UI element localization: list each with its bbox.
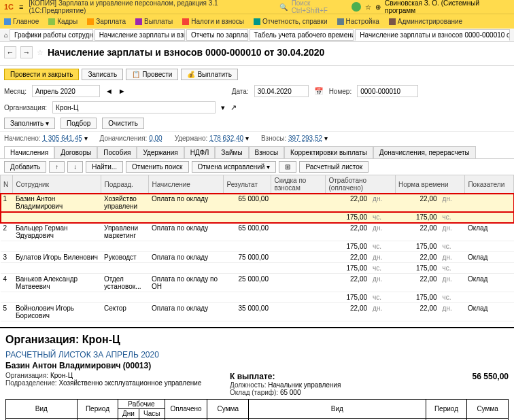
table-row[interactable]: 2 Бальцер Герман Эдуардович Управлени ма…: [1, 223, 514, 241]
tab-deductions[interactable]: Удержания: [137, 146, 184, 158]
tab-loans[interactable]: Займы: [215, 146, 248, 158]
slip-col-period-r: Период: [426, 400, 467, 419]
menu-icon[interactable]: ≡: [19, 3, 23, 11]
tab-schedules[interactable]: Графики работы сотрудников×: [10, 29, 93, 41]
home-icon[interactable]: ⌂: [4, 31, 8, 39]
table-row[interactable]: 4 Ваньков Александр Матвеевич Отдел уста…: [1, 274, 514, 292]
pos-value: Начальник управления: [268, 381, 341, 389]
save-button[interactable]: Записать: [82, 69, 123, 80]
window-title: [КОПИЯ] Зарплата и управление персоналом…: [29, 0, 273, 14]
col-accr[interactable]: Начисление: [149, 175, 224, 194]
tab-accruals-list[interactable]: Начисление зарплаты и взносов×: [95, 29, 185, 41]
page-title: Начисление зарплаты и взносов 0000-00001…: [48, 47, 324, 58]
menu-taxes[interactable]: Налоги и взносы: [182, 18, 244, 25]
tab-corrections[interactable]: Корректировки выплаты: [284, 146, 373, 158]
payslip-dept-label: Подразделение:: [5, 379, 57, 387]
history-icon[interactable]: ⊕: [375, 3, 381, 11]
dropdown-icon[interactable]: ▾: [221, 103, 225, 112]
document-header: ← → ☆ Начисление зарплаты и взносов 0000…: [0, 42, 514, 66]
table-row[interactable]: 175,00чс. 175,00чс.: [1, 212, 514, 223]
month-next-icon[interactable]: ►: [118, 87, 126, 95]
menu-salary[interactable]: Зарплата: [87, 18, 126, 25]
clear-button[interactable]: Очистить: [102, 118, 144, 129]
month-field[interactable]: [32, 85, 100, 97]
tab-accrual-doc[interactable]: Начисление зарплаты и взносов 0000-00001…: [355, 29, 510, 41]
tab-ndfl[interactable]: НДФЛ: [184, 146, 216, 158]
date-field[interactable]: [254, 85, 309, 97]
month-prev-icon[interactable]: ◄: [105, 87, 113, 95]
org-label: Организация:: [4, 104, 47, 111]
tab-bar: ⌂ Графики работы сотрудников× Начисление…: [0, 29, 514, 42]
menu-hr[interactable]: Кадры: [48, 18, 78, 25]
nav-fwd-button[interactable]: →: [20, 46, 33, 58]
tab-recalc[interactable]: Доначисления, перерасчеты: [373, 146, 476, 158]
tab-accruals[interactable]: Начисления: [4, 146, 54, 158]
payslip-button[interactable]: Расчетный листок: [299, 161, 369, 173]
table-row[interactable]: 3 Булатов Игорь Виленович Руководст Опла…: [1, 252, 514, 263]
find-button[interactable]: Найти...: [86, 161, 123, 173]
move-up-button[interactable]: ↑: [49, 161, 65, 173]
col-disc[interactable]: Скидка по взносам: [271, 175, 326, 194]
show-details-button[interactable]: ⊞: [279, 161, 296, 173]
accrued-label: Начислено:: [4, 135, 41, 142]
col-dept[interactable]: Подразд.: [101, 175, 149, 194]
tab-benefits[interactable]: Пособия: [97, 146, 137, 158]
menu-main[interactable]: Главное: [4, 18, 39, 25]
col-n[interactable]: N: [1, 175, 13, 194]
user-label: Свиновская З. О. (Системный программ: [385, 0, 510, 14]
pick-button[interactable]: Подбор: [61, 118, 97, 129]
fill-button[interactable]: Заполнить ▾: [4, 118, 55, 129]
accrued-value[interactable]: 1 305 641,45: [42, 135, 82, 142]
tab-contributions[interactable]: Взносы: [249, 146, 285, 158]
menu-settings[interactable]: Настройка: [337, 18, 379, 25]
tab-contracts[interactable]: Договоры: [54, 146, 97, 158]
number-field[interactable]: [357, 85, 418, 97]
field-row-3: Заполнить ▾ Подбор Очистить: [0, 116, 514, 131]
payslip-org: Крон-Ц: [50, 372, 73, 379]
col-result[interactable]: Результат: [224, 175, 271, 194]
search-icon[interactable]: 🔍: [279, 3, 288, 11]
accruals-grid[interactable]: N Сотрудник Подразд. Начисление Результа…: [0, 175, 514, 321]
favorite-icon[interactable]: ☆: [37, 48, 44, 57]
table-row[interactable]: 175,00чс. 175,00чс.: [1, 263, 514, 274]
table-row[interactable]: 175,00чс. 175,00чс.: [1, 241, 514, 252]
rate-value: 65 000: [280, 389, 301, 396]
payslip-org-label: Организация:: [5, 372, 48, 379]
open-icon[interactable]: ↗: [230, 103, 237, 112]
col-emp[interactable]: Сотрудник: [13, 175, 101, 194]
star-icon[interactable]: ☆: [365, 3, 371, 11]
cancel-corrections-button[interactable]: Отмена исправлений ▾: [192, 161, 277, 173]
search-placeholder[interactable]: Поиск Ctrl+Shift+F: [292, 0, 348, 14]
contrib-value[interactable]: 397 293,52: [288, 135, 322, 142]
table-row[interactable]: 5 Войнолович Игорь Борисович Сектор Опла…: [1, 303, 514, 321]
withheld-value[interactable]: 178 632,40: [209, 135, 243, 142]
payslip-org-title: Организация: Крон-Ц: [5, 334, 509, 346]
slip-col-type-l: Вид: [6, 400, 78, 419]
extra-value[interactable]: 0,00: [149, 135, 162, 142]
move-down-button[interactable]: ↓: [67, 161, 83, 173]
cancel-find-button[interactable]: Отменить поиск: [126, 161, 188, 173]
tab-timesheet[interactable]: Табель учета рабочего времени (Т-13)×: [250, 29, 354, 41]
bell-icon[interactable]: [352, 2, 361, 12]
tab-salary-reports[interactable]: Отчеты по зарплате×: [186, 29, 248, 41]
post-button[interactable]: 📋Провести: [126, 69, 178, 80]
table-row[interactable]: 1 Базин Антон Владимирович Хозяйство упр…: [1, 194, 514, 212]
col-worked[interactable]: Отработано (оплачено): [326, 175, 395, 194]
org-field[interactable]: [52, 101, 216, 113]
payslip-table: Вид Период Рабочие Оплачено Сумма Вид Пе…: [5, 399, 509, 420]
menu-reports[interactable]: Отчетность, справки: [254, 18, 328, 25]
calendar-icon[interactable]: 📅: [314, 87, 324, 96]
col-indic[interactable]: Показатели: [465, 175, 514, 194]
titlebar: 1С ≡ [КОПИЯ] Зарплата и управление персо…: [0, 0, 514, 14]
col-norm[interactable]: Норма времени: [395, 175, 464, 194]
pay-button[interactable]: 💰Выплатить: [181, 69, 237, 80]
inner-tabs: Начисления Договоры Пособия Удержания НД…: [0, 146, 514, 159]
add-button[interactable]: Добавить: [4, 161, 46, 173]
table-row[interactable]: 175,00чс. 175,00чс.: [1, 292, 514, 303]
contrib-label: Взносы:: [261, 135, 286, 142]
payslip-section: Организация: Крон-Ц РАСЧЕТНЫЙ ЛИСТОК ЗА …: [0, 327, 514, 420]
nav-back-button[interactable]: ←: [4, 46, 16, 58]
menu-payments[interactable]: Выплаты: [135, 18, 173, 25]
menu-admin[interactable]: Администрирование: [389, 18, 462, 25]
post-close-button[interactable]: Провести и закрыть: [4, 69, 79, 80]
